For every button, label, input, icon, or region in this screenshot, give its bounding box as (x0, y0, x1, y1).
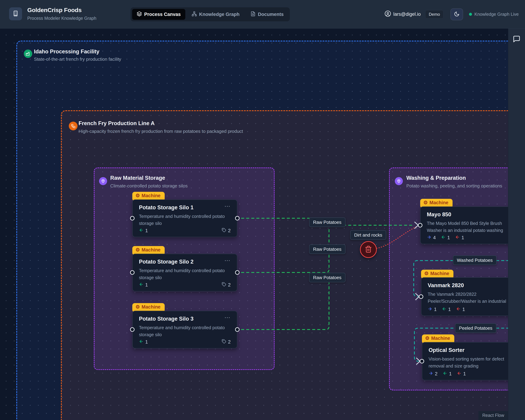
moon-icon (454, 11, 459, 18)
edge-label-raw-potatoes-3[interactable]: Raw Potatoes (309, 273, 346, 282)
gear-icon: ⚙ (135, 247, 140, 252)
app-title: GoldenCrisp Foods (27, 7, 82, 13)
node-optical-sorter[interactable]: ⚙Machine Optical Sorter Vision-based sor… (422, 342, 508, 380)
arrow-left-icon (139, 228, 143, 234)
delete-button[interactable] (360, 241, 377, 258)
arrow-left-icon (139, 282, 143, 288)
outgoing-stat: 1 (428, 307, 437, 312)
group-title: French Fry Production Line A (79, 120, 155, 127)
incoming-stat: 1 (139, 339, 148, 345)
theme-toggle-button[interactable] (450, 8, 463, 20)
edge-label-washed-potatoes[interactable]: Washed Potatoes (453, 255, 497, 265)
machine-badge: ⚙Machine (422, 335, 454, 343)
edge-label-raw-potatoes-1[interactable]: Raw Potatoes (309, 217, 346, 227)
node-description: The Vanmark 2820/2822 Peeler/Scrubber/Wa… (428, 291, 508, 305)
node-title: Mayo 850 (427, 211, 451, 218)
incoming-stat: 1 (441, 235, 450, 241)
group-title: Raw Material Storage (110, 175, 165, 181)
tag-icon (222, 282, 226, 288)
node-vanmark-2820[interactable]: ⚙Machine Vanmark 2820 The Vanmark 2820/2… (421, 277, 508, 316)
document-icon (250, 11, 256, 18)
gear-icon: ⚙ (135, 305, 140, 309)
live-status-dot (469, 13, 472, 16)
tab-label: Knowledge Graph (199, 12, 240, 17)
building-icon (12, 10, 19, 18)
machine-badge: ⚙Machine (132, 303, 165, 312)
gear-icon: ⚙ (423, 200, 428, 205)
app-window: GoldenCrisp Foods Process Modeler Knowle… (0, 0, 525, 420)
node-description: Temperature and humidity controlled pota… (139, 267, 231, 281)
user-icon (384, 10, 391, 18)
waste-stat: 1 (456, 307, 465, 312)
arrow-left-icon (457, 371, 461, 377)
factory-icon (24, 49, 32, 58)
tab-label: Documents (258, 12, 284, 17)
machine-badge: ⚙Machine (421, 270, 453, 279)
node-potato-storage-silo-3[interactable]: ⚙Machine Potato Storage Silo 3 ⋯ Tempera… (132, 311, 237, 348)
arrow-left-icon (455, 235, 460, 241)
edge-label-dirt-and-rocks[interactable]: Dirt and rocks (350, 230, 386, 240)
map-pin-icon (395, 177, 403, 185)
tab-process-canvas[interactable]: Process Canvas (132, 9, 185, 20)
node-potato-storage-silo-1[interactable]: ⚙Machine Potato Storage Silo 1 ⋯ Tempera… (132, 199, 237, 237)
group-subtitle: Climate-controlled potato storage silos (110, 183, 188, 189)
incoming-stat: 1 (139, 282, 148, 288)
node-description: Vision-based sorting system for defect r… (429, 355, 508, 369)
arrow-left-icon (456, 307, 461, 312)
incoming-stat: 1 (442, 307, 451, 312)
tags-stat: 2 (222, 228, 231, 234)
live-status-label: Knowledge Graph Live (474, 12, 519, 17)
node-title: Potato Storage Silo 2 (139, 259, 194, 265)
tab-documents[interactable]: Documents (246, 9, 288, 20)
waste-stat: 1 (455, 235, 464, 241)
demo-badge: Demo (425, 10, 443, 19)
more-options-button[interactable]: ⋯ (224, 316, 231, 319)
tag-icon (222, 228, 226, 234)
user-menu[interactable]: lars@digel.io (384, 10, 421, 18)
tab-knowledge-graph[interactable]: Knowledge Graph (187, 9, 244, 20)
gear-icon: ⚙ (135, 193, 140, 198)
group-subtitle: State-of-the-art french fry production f… (34, 56, 121, 62)
arrow-right-icon (428, 307, 432, 312)
node-description: The Mayo Model 850 Bed Style Brush Washe… (427, 220, 508, 234)
arrow-left-icon (139, 339, 143, 345)
gear-icon: ⚙ (425, 336, 430, 341)
node-title: Vanmark 2820 (428, 282, 464, 289)
node-mayo-850[interactable]: ⚙Machine Mayo 850 The Mayo Model 850 Bed… (420, 206, 508, 244)
more-options-button[interactable]: ⋯ (224, 205, 231, 208)
workflow-icon (69, 122, 77, 130)
tags-stat: 2 (222, 282, 231, 288)
comment-bubble-icon[interactable] (513, 35, 520, 43)
react-flow-attribution[interactable]: React Flow (478, 411, 508, 420)
trash-icon (365, 245, 372, 253)
live-status: Knowledge Graph Live (469, 12, 519, 17)
app-subtitle: Process Modeler Knowledge Graph (27, 16, 96, 21)
arrow-right-icon (427, 235, 431, 241)
node-title: Optical Sorter (429, 347, 464, 353)
graph-icon (192, 11, 197, 18)
machine-badge: ⚙Machine (420, 199, 452, 207)
right-panel-strip (508, 28, 525, 420)
waste-stat: 1 (457, 371, 466, 377)
edge-label-peeled-potatoes[interactable]: Peeled Potatoes (455, 323, 497, 333)
machine-badge: ⚙Machine (132, 246, 165, 255)
arrow-left-icon (443, 371, 447, 377)
group-title: Idaho Processing Facility (34, 48, 99, 55)
gear-icon: ⚙ (424, 271, 429, 276)
group-title: Washing & Preparation (406, 175, 466, 181)
edge-label-raw-potatoes-2[interactable]: Raw Potatoes (309, 244, 346, 254)
node-title: Potato Storage Silo 1 (139, 205, 194, 211)
arrow-right-icon (429, 371, 433, 377)
node-description: Temperature and humidity controlled pota… (139, 324, 231, 338)
flow-canvas[interactable]: Idaho Processing Facility State-of-the-a… (0, 28, 508, 420)
group-subtitle: Potato washing, peeling, and sorting ope… (406, 183, 502, 189)
map-pin-icon (99, 177, 107, 185)
node-potato-storage-silo-2[interactable]: ⚙Machine Potato Storage Silo 2 ⋯ Tempera… (132, 254, 237, 291)
node-title: Potato Storage Silo 3 (139, 316, 194, 322)
more-options-button[interactable]: ⋯ (224, 259, 231, 262)
machine-badge: ⚙Machine (132, 192, 165, 201)
node-description: Temperature and humidity controlled pota… (139, 213, 231, 227)
incoming-stat: 1 (443, 371, 452, 377)
tag-icon (222, 339, 226, 345)
header-right: lars@digel.io Demo Knowledge Graph Live (384, 0, 519, 28)
